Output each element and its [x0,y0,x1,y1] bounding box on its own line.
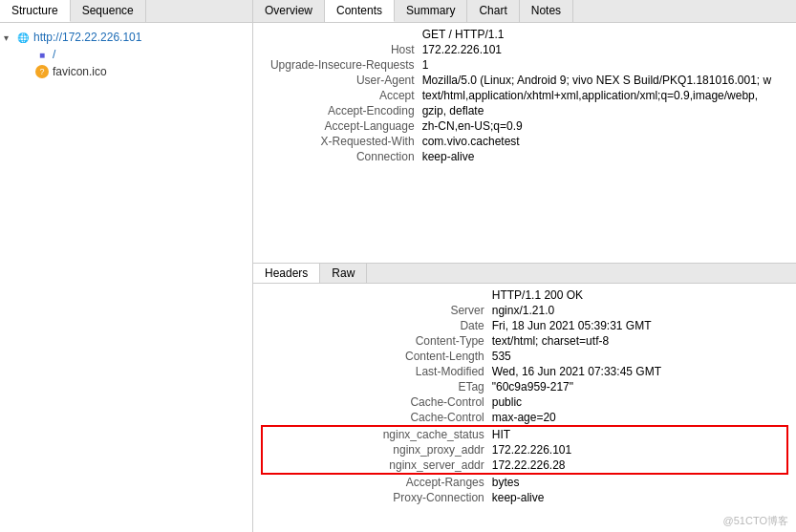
request-header-label: Host [261,42,419,57]
tab-overview[interactable]: Overview [253,0,325,22]
response-header-row: HTTP/1.1 200 OK [262,287,787,303]
tree-children: ■ / ? favicon.ico [4,46,248,80]
request-header-row: Host172.22.226.101 [261,42,788,57]
response-header-value: 172.22.226.101 [488,442,787,458]
request-header-value: text/html,application/xhtml+xml,applicat… [419,88,788,103]
response-header-label: Date [262,318,488,333]
tab-summary[interactable]: Summary [395,0,467,22]
response-header-label: Content-Type [262,333,488,349]
request-header-value: gzip, deflate [419,103,788,118]
response-header-label: Content-Length [262,349,488,364]
request-header-label: Accept [261,88,419,103]
tab-sequence[interactable]: Sequence [71,0,146,22]
response-header-row: Cache-Controlpublic [262,394,787,410]
request-header-value: 1 [419,57,788,73]
request-header-label: X-Requested-With [261,134,419,149]
response-header-row: Proxy-Connectionkeep-alive [262,490,787,505]
response-header-value: nginx/1.21.0 [488,303,787,318]
globe-icon: 🌐 [15,30,31,45]
request-header-label [261,27,419,42]
response-header-row: ETag"60c9a959-217" [262,379,787,394]
favicon-circle: ? [35,65,49,78]
response-header-row: Cache-Controlmax-age=20 [262,410,787,426]
response-header-value: max-age=20 [488,410,787,426]
response-header-label: Cache-Control [262,410,488,426]
left-tabs: Structure Sequence [0,0,252,23]
request-header-row: Upgrade-Insecure-Requests1 [261,57,788,73]
response-header-label: nginx_proxy_addr [262,442,488,458]
response-header-row: DateFri, 18 Jun 2021 05:39:31 GMT [262,318,787,333]
request-header-row: GET / HTTP/1.1 [261,27,788,42]
tab-chart[interactable]: Chart [467,0,519,22]
request-header-label: User-Agent [261,73,419,88]
response-header-label: Cache-Control [262,394,488,410]
response-header-row: nginx_server_addr172.22.226.28 [262,458,787,474]
response-header-label: Last-Modified [262,364,488,379]
request-header-value: 172.22.226.101 [419,42,788,57]
response-header-label: nginx_cache_status [262,426,488,442]
favicon-icon: ? [34,64,50,79]
response-header-label: Server [262,303,488,318]
watermark: @51CTO博客 [723,514,788,528]
response-headers-table: HTTP/1.1 200 OKServernginx/1.21.0DateFri… [261,287,788,505]
request-header-value: keep-alive [419,149,788,164]
request-header-row: Connectionkeep-alive [261,149,788,164]
request-header-row: Accept-Encodinggzip, deflate [261,103,788,118]
request-header-row: User-AgentMozilla/5.0 (Linux; Android 9;… [261,73,788,88]
tab-notes[interactable]: Notes [520,0,573,22]
request-header-label: Upgrade-Insecure-Requests [261,57,419,73]
response-header-label: Accept-Ranges [262,474,488,490]
subtab-raw[interactable]: Raw [320,264,367,283]
request-headers-table: GET / HTTP/1.1Host172.22.226.101Upgrade-… [261,27,788,164]
request-header-value: zh-CN,en-US;q=0.9 [419,118,788,134]
response-header-label: Proxy-Connection [262,490,488,505]
response-header-value: Wed, 16 Jun 2021 07:33:45 GMT [488,364,787,379]
response-header-value: text/html; charset=utf-8 [488,333,787,349]
response-header-row: nginx_cache_statusHIT [262,426,787,442]
toggle-icon: ▾ [4,32,15,43]
response-header-row: Last-ModifiedWed, 16 Jun 2021 07:33:45 G… [262,364,787,379]
response-header-value: keep-alive [488,490,787,505]
response-header-value: Fri, 18 Jun 2021 05:39:31 GMT [488,318,787,333]
response-header-value: 535 [488,349,787,364]
request-header-row: X-Requested-Withcom.vivo.cachetest [261,134,788,149]
response-header-label: ETag [262,379,488,394]
right-tabs: Overview Contents Summary Chart Notes [253,0,796,23]
request-header-row: Accept-Languagezh-CN,en-US;q=0.9 [261,118,788,134]
request-header-row: Accepttext/html,application/xhtml+xml,ap… [261,88,788,103]
response-header-value: public [488,394,787,410]
response-header-row: Content-Length535 [262,349,787,364]
response-header-value: 172.22.226.28 [488,458,787,474]
sub-tabs-bar: Headers Raw [253,263,796,284]
tree-favicon-label: favicon.ico [53,65,107,78]
right-panel: Overview Contents Summary Chart Notes GE… [253,0,796,532]
tree-slash-label: / [53,48,55,61]
response-header-label: nginx_server_addr [262,458,488,474]
tree-item-favicon[interactable]: ? favicon.ico [23,63,248,80]
left-tree: ▾ 🌐 http://172.22.226.101 ■ / ? favicon.… [0,23,252,532]
request-header-label: Connection [261,149,419,164]
page-icon: ■ [34,47,50,62]
tree-item-slash[interactable]: ■ / [23,46,248,63]
response-header-value: HTTP/1.1 200 OK [488,287,787,303]
response-header-row: Servernginx/1.21.0 [262,303,787,318]
tab-contents[interactable]: Contents [325,0,395,22]
response-header-row: Content-Typetext/html; charset=utf-8 [262,333,787,349]
request-header-value: com.vivo.cachetest [419,134,788,149]
subtab-headers[interactable]: Headers [253,264,320,283]
request-header-label: Accept-Language [261,118,419,134]
tree-root-label: http://172.22.226.101 [33,31,141,44]
left-panel: Structure Sequence ▾ 🌐 http://172.22.226… [0,0,253,532]
tab-structure[interactable]: Structure [0,0,71,22]
response-header-value: bytes [488,474,787,490]
response-header-value: "60c9a959-217" [488,379,787,394]
tree-root-item[interactable]: ▾ 🌐 http://172.22.226.101 [4,29,248,46]
request-headers-area: GET / HTTP/1.1Host172.22.226.101Upgrade-… [253,23,796,263]
request-header-value: GET / HTTP/1.1 [419,27,788,42]
request-header-label: Accept-Encoding [261,103,419,118]
response-headers-area: HTTP/1.1 200 OKServernginx/1.21.0DateFri… [253,284,796,532]
response-header-row: nginx_proxy_addr172.22.226.101 [262,442,787,458]
response-header-row: Accept-Rangesbytes [262,474,787,490]
response-header-label [262,287,488,303]
response-header-value: HIT [488,426,787,442]
